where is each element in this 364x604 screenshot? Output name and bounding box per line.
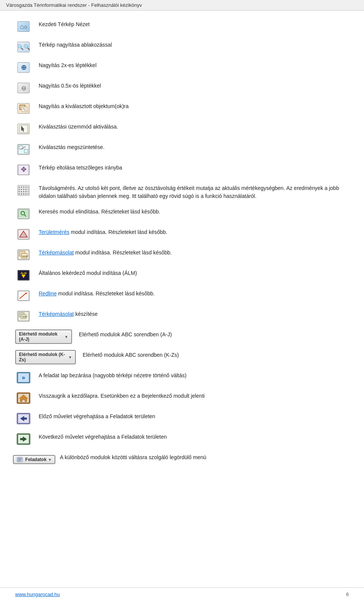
deselect-icon [17, 144, 30, 155]
entry-feladatok-menu: Feladatok ▼ A különböző modulok közötti … [15, 453, 349, 466]
icon-box-9 [15, 184, 32, 197]
icon-box-11 [15, 227, 32, 241]
entry-text-12: Térképmásolat modul indítása. Részleteke… [39, 248, 349, 257]
entry-redline-modul: Redline modul indítása. Részleteket lásd… [15, 289, 349, 303]
pan-icon: ✥ [17, 165, 30, 175]
teruletmeres-link[interactable]: Területmérés [39, 229, 69, 235]
icon-box-6 [15, 122, 32, 136]
entry-text-5: Nagyítás a kiválasztott objektum(ok)ra [39, 102, 349, 110]
svg-text:✥: ✥ [21, 166, 27, 173]
modules-aj-button[interactable]: Elérhető modulok (A-J) ▼ [15, 329, 72, 344]
entry-text-7: Kiválasztás megszüntetése. [39, 143, 349, 151]
svg-text:»: » [22, 374, 25, 381]
entry-terkepmasolat-modul: MAP Térképmásolat modul indítása. Részle… [15, 248, 349, 262]
page-content: ⌂ Kezdeti Térkép Nézet 🔍 Térkép nagyítás… [0, 11, 364, 496]
icon-box-12: MAP [15, 248, 32, 262]
entry-text-19: Visszaugrik a kezdőlapra. Esetünkben ez … [39, 391, 349, 400]
icon-box-2: 🔍 [15, 40, 32, 54]
footer-link[interactable]: www.hungarocad.hu [15, 591, 60, 597]
page-number: 6 [346, 591, 349, 597]
modules-kzs-label: Elérhető modulok (K-Zs) [19, 352, 67, 362]
entry-kezdeti-terkep: ⌂ Kezdeti Térkép Nézet [15, 20, 349, 33]
icon-box-17: Elérhető modulok (K-Zs) ▼ [15, 350, 76, 364]
page-header: Városgazda Térinformatikai rendszer - Fe… [0, 0, 364, 11]
icon-box-3: ⊕ [15, 61, 32, 74]
zoom-out-icon: ⊖ [17, 83, 30, 93]
icon-box-21 [15, 432, 32, 446]
entry-text-17: Elérhető modulok ABC sorendben (K-Zs) [83, 350, 349, 359]
header-title: Városgazda Térinformatikai rendszer - Fe… [6, 2, 142, 8]
feladatok-label: Feladatok [25, 457, 47, 462]
icon-box-20 [15, 412, 32, 425]
entry-text-20: Előző művelet végrehajtása a Feladatok t… [39, 412, 349, 420]
entry-text-4: Nagyítás 0.5x-ös léptékkel [39, 81, 349, 90]
svg-text:ÁLM: ÁLM [20, 271, 27, 275]
previous-operation-icon [17, 413, 30, 424]
entry-terkep-eltolasa: ✥ Térkép eltolása tetszőleges irányba [15, 163, 349, 177]
map-copy-icon: MAP [17, 249, 30, 260]
entry-text-3: Nagyítás 2x-es léptékkel [39, 61, 349, 69]
entry-text-8: Térkép eltolása tetszőleges irányba [39, 163, 349, 172]
entry-nagyitas-2x: ⊕ Nagyítás 2x-es léptékkel [15, 61, 349, 74]
select-mode-icon [17, 124, 30, 134]
svg-text:🔍: 🔍 [22, 107, 26, 111]
modules-kzs-button[interactable]: Elérhető modulok (K-Zs) ▼ [15, 350, 76, 364]
entry-text-6: Kiválasztási üzemmód aktiválása. [39, 122, 349, 131]
entry-kivalasztasi-uzemmod: Kiválasztási üzemmód aktiválása. [15, 122, 349, 136]
entry-text-10: Keresés modul elindítása. Részleteket lá… [39, 207, 349, 216]
entry-text-13: Általános lekérdező modul indítása (ÁLM) [39, 268, 349, 277]
magnify-window-icon: 🔍 [17, 42, 30, 52]
entry-text-16: Elérhető modulok ABC sorendben (A-J) [79, 330, 349, 339]
entry-text-1: Kezdeti Térkép Nézet [39, 20, 349, 28]
close-task-icon: » [17, 372, 30, 383]
search-module-icon [17, 209, 30, 219]
icon-box-15: MAP [15, 309, 32, 323]
icon-box-7 [15, 143, 32, 156]
entry-text-9: Távolságmérés. Az utolsó két pont, illet… [39, 184, 349, 200]
entry-nagyitas-kivalasztott: 🔍 Nagyítás a kiválasztott objektum(ok)ra [15, 102, 349, 115]
entry-kovetkezo-muvelet: Következő művelet végrehajtása a Feladat… [15, 432, 349, 446]
redline-icon [17, 290, 30, 301]
icon-box-22: Feladatok ▼ [15, 453, 53, 466]
icon-box-14 [15, 289, 32, 303]
icon-box-5: 🔍 [15, 102, 32, 115]
icon-box-4: ⊖ [15, 81, 32, 95]
next-operation-icon [17, 433, 30, 445]
icon-box-1: ⌂ [15, 20, 32, 33]
entry-text-15: Térképmásolat készítése [39, 309, 349, 318]
entry-terkepmasolat-keszites: MAP Térképmásolat készítése [15, 309, 349, 323]
entry-text-14: Redline modul indítása. Részleteket lásd… [39, 289, 349, 298]
modules-aj-dropdown-arrow: ▼ [64, 335, 68, 339]
zoom-selected-icon: 🔍 [17, 103, 30, 114]
svg-text:MAP: MAP [22, 315, 28, 318]
home-map-icon: ⌂ [17, 21, 30, 32]
query-module-icon: ÁLM [17, 270, 30, 281]
feladatok-dropdown-arrow: ▼ [48, 458, 52, 462]
feladatok-button[interactable]: Feladatok ▼ [13, 455, 56, 464]
entry-elozo-muvelet: Előző művelet végrehajtása a Feladatok t… [15, 412, 349, 425]
entry-text-18: A feladat lap bezárása (nagyobb térképi … [39, 371, 349, 380]
modules-aj-label: Elérhető modulok (A-J) [19, 331, 63, 342]
entry-feladatlap-bezarasa: » A feladat lap bezárása (nagyobb térkép… [15, 371, 349, 384]
distance-measure-icon [17, 185, 30, 196]
entry-kivalasztas-megszuntetese: Kiválasztás megszüntetése. [15, 143, 349, 156]
back-to-home-icon [17, 392, 30, 404]
entry-tavolsagmeres: Távolságmérés. Az utolsó két pont, illet… [15, 184, 349, 200]
entry-elerheto-modulok-aj: Elérhető modulok (A-J) ▼ Elérhető modulo… [15, 330, 349, 344]
svg-rect-5 [18, 145, 29, 154]
entry-visszaugrik-kezdolapra: Visszaugrik a kezdőlapra. Esetünkben ez … [15, 391, 349, 405]
zoom-in-icon: ⊕ [17, 62, 30, 73]
page-footer: www.hungarocad.hu 6 [0, 587, 364, 597]
entry-elerheto-modulok-kzs: Elérhető modulok (K-Zs) ▼ Elérhető modul… [15, 350, 349, 364]
entry-nagyitas-05x: ⊖ Nagyítás 0.5x-ös léptékkel [15, 81, 349, 95]
terkepmasolat-modul-link[interactable]: Térképmásolat [39, 249, 74, 256]
icon-box-10 [15, 207, 32, 221]
entry-teruletmeres: Területmérés modul indítása. Részleteket… [15, 227, 349, 241]
entry-kereses-modul: Keresés modul elindítása. Részleteket lá… [15, 207, 349, 221]
svg-rect-12 [19, 210, 28, 217]
redline-link[interactable]: Redline [39, 290, 56, 297]
icon-box-18: » [15, 371, 32, 384]
terkepmasolat-keszites-link[interactable]: Térképmásolat [39, 311, 74, 317]
entry-terkep-nagyitasa: 🔍 Térkép nagyítása ablakozással [15, 40, 349, 54]
entry-alm-modul: ÁLM Általános lekérdező modul indítása (… [15, 268, 349, 282]
